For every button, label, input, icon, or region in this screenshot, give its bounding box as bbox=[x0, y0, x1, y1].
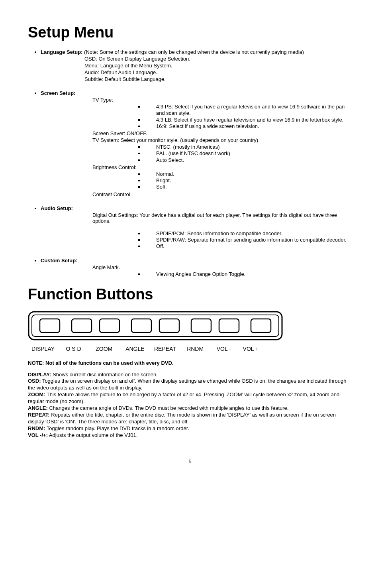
heading-function-buttons: Function Buttons bbox=[28, 286, 352, 303]
lang-audio: Audio: Default Audio Language. bbox=[41, 69, 352, 75]
desc-vol: VOL -/+: Adjusts the output volume of th… bbox=[28, 432, 352, 439]
tv-169: 16:9: Select if using a wide screen tele… bbox=[144, 123, 352, 130]
angle-mark: Angle Mark. bbox=[41, 264, 352, 270]
custom-toggle: Viewing Angles Change Option Toggle. bbox=[144, 271, 352, 277]
page-number: 5 bbox=[28, 458, 352, 464]
tvtype-list: 4:3 PS: Select if you have a regular tel… bbox=[41, 104, 352, 130]
tv-43ps: 4:3 PS: Select if you have a regular tel… bbox=[144, 104, 352, 117]
desc-zoom: ZOOM: This feature allows the picture to… bbox=[28, 391, 352, 405]
btn-label-zoom: ZOOM bbox=[89, 346, 119, 352]
button-panel-graphic bbox=[28, 311, 352, 342]
button-labels: DISPLAY O S D ZOOM ANGLE REPEAT RNDM VOL… bbox=[28, 346, 352, 352]
btn-label-vol-plus: VOL + bbox=[238, 346, 263, 352]
sys-pal: PAL. (use if NTSC doesn't work) bbox=[144, 150, 352, 157]
audio-list: Audio Setup: Digital Out Settings: Your … bbox=[28, 205, 352, 250]
audio-options: SPDIF/PCM: Sends information to compatib… bbox=[41, 230, 352, 250]
btn-label-angle: ANGLE bbox=[121, 346, 149, 352]
item-audio-setup: Audio Setup: Digital Out Settings: Your … bbox=[41, 205, 352, 250]
tvsystem-list: NTSC. (mostly in Americas) PAL. (use if … bbox=[41, 144, 352, 163]
custom-list: Custom Setup: Angle Mark. Viewing Angles… bbox=[28, 258, 352, 277]
lang-menu: Menu: Language of the Menu System. bbox=[41, 63, 352, 69]
btn-label-repeat: REPEAT bbox=[151, 346, 180, 352]
item-language-setup: Language Setup: (Note: Some of the setti… bbox=[41, 49, 352, 82]
svg-rect-7 bbox=[191, 319, 211, 332]
tvtype-label: TV Type: bbox=[41, 97, 352, 103]
sys-ntsc: NTSC. (mostly in Americas) bbox=[144, 144, 352, 150]
desc-osd: OSD: Toggles the on screen display on an… bbox=[28, 378, 352, 391]
label-audio-setup: Audio Setup: bbox=[41, 205, 73, 211]
bright-bright: Bright. bbox=[144, 177, 352, 184]
bright-list: Normal. Bright. Soft. bbox=[41, 171, 352, 191]
btn-label-rndm: RNDM bbox=[181, 346, 210, 352]
sys-auto: Auto Select. bbox=[144, 157, 352, 163]
lang-osd: OSD: On Screen Display Language Selectio… bbox=[41, 56, 352, 62]
btn-label-display: DISPLAY bbox=[28, 346, 58, 352]
lang-subtitle: Subtitle: Default Subtitle Language. bbox=[41, 76, 352, 82]
svg-rect-0 bbox=[29, 312, 282, 340]
audio-raw: SPDIF/RAW: Separate format for sending a… bbox=[144, 237, 352, 243]
desc-rndm: RNDM: Toggles random play. Plays the DVD… bbox=[28, 425, 352, 432]
item-custom-setup: Custom Setup: Angle Mark. Viewing Angles… bbox=[41, 258, 352, 277]
bright-label: Brightness Control: bbox=[41, 164, 352, 170]
desc-repeat: REPEAT: Repeats either the title, chapte… bbox=[28, 412, 352, 425]
desc-display: DISPLAY: Shows current disc information … bbox=[28, 372, 352, 378]
item-screen-setup: Screen Setup: TV Type: 4:3 PS: Select if… bbox=[41, 90, 352, 197]
svg-rect-1 bbox=[32, 315, 279, 336]
audio-off: Off. bbox=[144, 243, 352, 250]
svg-rect-8 bbox=[219, 319, 239, 332]
audio-pcm: SPDIF/PCM: Sends information to compatib… bbox=[144, 230, 352, 237]
btn-label-osd: O S D bbox=[60, 346, 88, 352]
svg-rect-9 bbox=[251, 319, 271, 332]
svg-rect-4 bbox=[100, 319, 119, 332]
tv-43lb: 4:3 LB: Select if you have regular telev… bbox=[144, 117, 352, 123]
svg-rect-6 bbox=[159, 319, 179, 332]
setup-list: Language Setup: (Note: Some of the setti… bbox=[28, 49, 352, 82]
svg-rect-5 bbox=[131, 319, 151, 332]
audio-desc: Digital Out Settings: Your device has a … bbox=[41, 212, 352, 224]
custom-options: Viewing Angles Change Option Toggle. bbox=[41, 271, 352, 277]
note-line: NOTE: Not all of the functions can be us… bbox=[28, 360, 352, 366]
contrast-label: Contrast Control. bbox=[41, 191, 352, 197]
label-custom-setup: Custom Setup: bbox=[41, 258, 77, 264]
svg-rect-2 bbox=[40, 319, 60, 332]
bright-soft: Soft. bbox=[144, 184, 352, 190]
saver-label: Screen Saver: ON/OFF. bbox=[41, 130, 352, 136]
btn-label-vol-minus: VOL - bbox=[211, 346, 237, 352]
desc-angle: ANGLE: Changes the camera angle of DVDs.… bbox=[28, 405, 352, 412]
tvsystem-label: TV System: Select your monitor style. (u… bbox=[41, 137, 352, 143]
screen-list: Screen Setup: TV Type: 4:3 PS: Select if… bbox=[28, 90, 352, 197]
label-language-setup: Language Setup: bbox=[41, 49, 82, 55]
note-language-setup: (Note: Some of the settings can only be … bbox=[82, 49, 304, 55]
label-screen-setup: Screen Setup: bbox=[41, 90, 75, 96]
svg-rect-3 bbox=[72, 319, 92, 332]
heading-setup-menu: Setup Menu bbox=[28, 24, 352, 41]
bright-normal: Normal. bbox=[144, 171, 352, 177]
